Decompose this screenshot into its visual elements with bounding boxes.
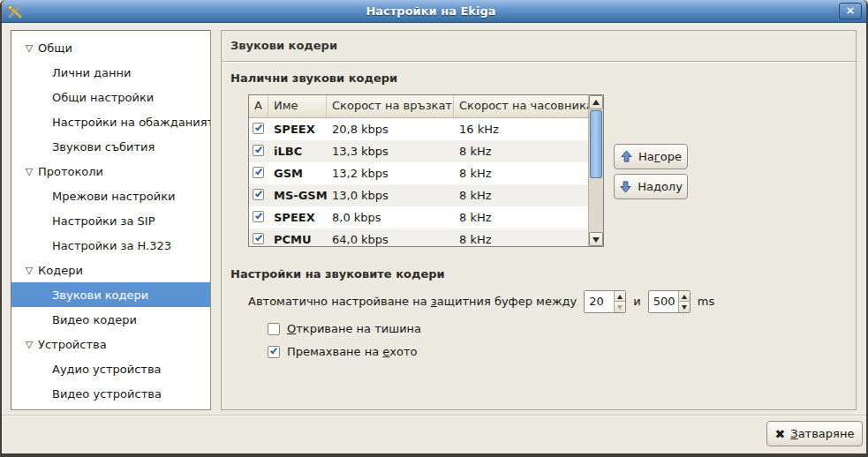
triangle-up-icon — [617, 295, 623, 299]
sidebar-item-video-devices[interactable]: Видео устройства — [11, 381, 210, 406]
check-icon — [254, 189, 261, 197]
sidebar-item-general-settings[interactable]: Общи настройки — [11, 85, 210, 109]
triangle-down-icon — [617, 305, 623, 310]
sections-tree[interactable]: ▽ Общи Лични данни Общи настройки Настро… — [11, 30, 211, 410]
sidebar-group-devices[interactable]: ▽ Устройства — [11, 332, 210, 356]
sidebar-group-general[interactable]: ▽ Общи — [11, 35, 210, 60]
arrow-up-icon — [620, 150, 633, 163]
available-codecs-section-title: Налични звукови кодери — [230, 71, 397, 85]
expander-icon[interactable]: ▽ — [20, 42, 38, 54]
table-row[interactable]: iLBC 13,3 kbps 8 kHz — [249, 140, 588, 162]
spin-down-button[interactable] — [615, 302, 625, 312]
expander-icon[interactable]: ▽ — [20, 339, 38, 350]
sidebar-item-video-codecs[interactable]: Видео кодери — [11, 307, 210, 332]
codec-enabled-checkbox[interactable] — [253, 123, 264, 134]
sidebar-item-audio-codecs[interactable]: Звукови кодери — [11, 282, 210, 307]
column-header-clock-rate[interactable]: Скорост на часовника — [454, 95, 588, 118]
window-close-button[interactable]: × — [839, 3, 862, 19]
sidebar-item-sip-settings[interactable]: Настройки за SIP — [11, 208, 210, 233]
sidebar-item-personal-data[interactable]: Лични данни — [11, 60, 210, 85]
table-row[interactable]: MS-GSM 13,0 kbps 8 kHz — [249, 184, 588, 206]
buffer-max-value[interactable]: 500 — [649, 291, 678, 312]
close-button[interactable]: ✖ Затваряне — [766, 421, 863, 446]
check-icon — [254, 211, 261, 219]
tools-icon — [7, 4, 23, 19]
buffer-min-value[interactable]: 20 — [585, 291, 614, 312]
sidebar-group-protocols[interactable]: ▽ Протоколи — [11, 159, 210, 184]
spin-up-button[interactable] — [679, 291, 690, 303]
check-icon — [254, 123, 261, 131]
jitter-buffer-row: Автоматично настройване на защитния буфе… — [248, 289, 714, 313]
echo-cancellation-row[interactable]: Премахване на ехото — [268, 345, 418, 358]
table-row[interactable]: GSM 13,2 kbps 8 kHz — [249, 162, 588, 184]
spin-buttons — [614, 291, 625, 312]
preferences-window: Настройки на Ekiga × ▽ Общи Лични данни … — [0, 0, 868, 457]
triangle-up-icon — [593, 100, 600, 105]
codec-enabled-checkbox[interactable] — [253, 189, 264, 200]
move-up-button[interactable]: Нагоре — [614, 144, 688, 169]
expander-icon[interactable]: ▽ — [20, 265, 38, 276]
spin-buttons — [678, 291, 690, 312]
expander-icon[interactable]: ▽ — [20, 166, 38, 177]
silence-detection-row[interactable]: Откриване на тишина — [268, 322, 421, 335]
check-icon — [254, 167, 261, 175]
column-header-active[interactable]: А — [249, 95, 268, 118]
triangle-down-icon — [682, 305, 687, 310]
silence-detection-checkbox[interactable] — [268, 323, 280, 335]
table-scrollbar[interactable] — [588, 95, 603, 246]
unit-label: ms — [698, 295, 714, 308]
check-icon — [254, 145, 261, 153]
column-header-name[interactable]: Име — [268, 95, 327, 118]
spin-up-button[interactable] — [615, 291, 625, 303]
sidebar-item-call-options[interactable]: Настройки на обажданията — [11, 109, 210, 134]
column-header-bandwidth[interactable]: Скорост на връзката — [327, 95, 454, 118]
table-row[interactable]: SPEEX 8,0 kbps 8 kHz — [249, 206, 588, 228]
codec-enabled-checkbox[interactable] — [253, 145, 264, 156]
sidebar-group-codecs[interactable]: ▽ Кодери — [11, 258, 210, 282]
codec-enabled-checkbox[interactable] — [253, 233, 264, 244]
move-down-button[interactable]: Надолу — [614, 174, 688, 199]
jitter-buffer-label: Автоматично настройване на защитния буфе… — [248, 295, 577, 308]
page-title: Звукови кодери — [230, 39, 337, 52]
table-row[interactable]: PCMU 64,0 kbps 8 kHz — [249, 228, 588, 246]
sidebar-item-sound-events[interactable]: Звукови събития — [11, 134, 210, 159]
buffer-min-spinbutton[interactable]: 20 — [584, 290, 626, 313]
triangle-down-icon — [593, 237, 600, 243]
codecs-table[interactable]: А Име Скорост на връзката Скорост на час… — [248, 94, 604, 247]
window-title: Настройки на Ekiga — [23, 4, 839, 18]
titlebar[interactable]: Настройки на Ekiga × — [2, 0, 866, 23]
table-row[interactable]: SPEEX 20,8 kbps 16 kHz — [249, 118, 588, 140]
table-body: SPEEX 20,8 kbps 16 kHz iLBC 13,3 kbps 8 … — [249, 118, 588, 246]
scroll-down-button[interactable] — [589, 232, 603, 246]
scroll-up-button[interactable] — [589, 95, 603, 109]
audio-codecs-panel: Звукови кодери Налични звукови кодери А … — [221, 30, 857, 410]
silence-detection-label: Откриване на тишина — [287, 322, 421, 335]
move-up-label: Нагоре — [638, 150, 682, 163]
echo-cancellation-checkbox[interactable] — [268, 346, 280, 358]
echo-cancellation-label: Премахване на ехото — [287, 345, 418, 358]
title-separator — [222, 61, 856, 63]
sidebar-item-audio-devices[interactable]: Аудио устройства — [11, 356, 210, 381]
check-icon — [254, 233, 261, 241]
close-x-icon: ✖ — [775, 427, 786, 441]
check-icon — [270, 346, 277, 354]
move-down-label: Надолу — [638, 180, 683, 193]
triangle-up-icon — [682, 295, 687, 299]
footer-separator — [2, 415, 866, 416]
connector-label: и — [633, 295, 640, 308]
buffer-max-spinbutton[interactable]: 500 — [648, 290, 691, 313]
sidebar-item-network-settings[interactable]: Мрежови настройки — [11, 184, 210, 208]
spin-down-button[interactable] — [679, 302, 690, 312]
table-header: А Име Скорост на връзката Скорост на час… — [249, 95, 603, 118]
codec-enabled-checkbox[interactable] — [253, 167, 264, 178]
sidebar-group-label: Общи — [38, 41, 72, 55]
scrollbar-thumb[interactable] — [590, 110, 602, 178]
arrow-down-icon — [619, 180, 632, 193]
close-button-label: Затваряне — [790, 427, 854, 440]
sidebar-item-h323-settings[interactable]: Настройки за H.323 — [11, 233, 210, 258]
codecs-settings-section-title: Настройки на звуковите кодери — [230, 267, 445, 281]
window-inner: Настройки на Ekiga × ▽ Общи Лични данни … — [2, 0, 866, 453]
codec-enabled-checkbox[interactable] — [253, 211, 264, 222]
